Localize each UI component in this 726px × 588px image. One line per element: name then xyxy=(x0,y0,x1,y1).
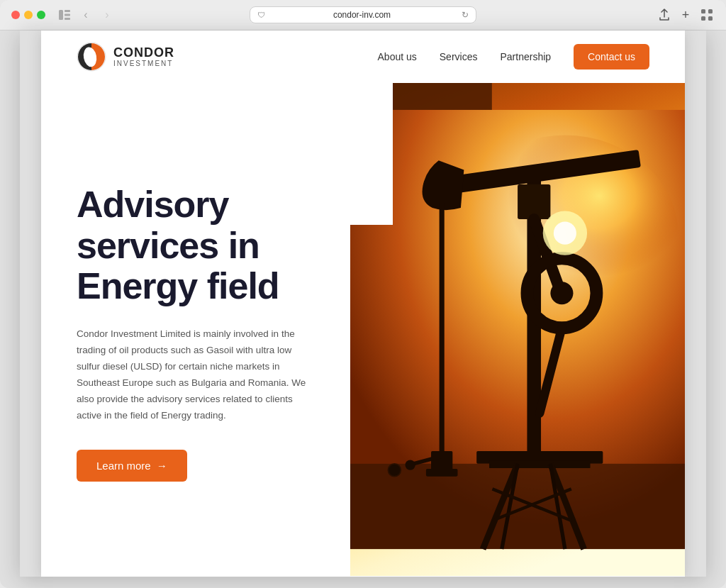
bracket-overlay xyxy=(350,83,393,225)
learn-more-button[interactable]: Learn more → xyxy=(77,450,187,482)
svg-rect-6 xyxy=(701,16,705,21)
logo-icon xyxy=(77,42,106,72)
logo-condor: CONDOR xyxy=(113,46,174,60)
svg-rect-1 xyxy=(65,10,70,12)
close-button[interactable] xyxy=(11,11,20,19)
window-controls xyxy=(11,11,45,19)
cta-arrow: → xyxy=(157,460,167,472)
svg-point-36 xyxy=(554,222,576,245)
new-tab-icon[interactable]: + xyxy=(678,7,693,23)
hero-background xyxy=(350,83,685,576)
nav-about[interactable]: About us xyxy=(378,51,417,62)
logo[interactable]: CONDOR INVESTMENT xyxy=(77,42,174,72)
svg-rect-4 xyxy=(701,9,705,13)
refresh-icon[interactable]: ↻ xyxy=(462,10,469,20)
svg-point-19 xyxy=(550,282,573,304)
minimize-button[interactable] xyxy=(24,11,33,19)
pump-jack-illustration xyxy=(350,83,685,576)
svg-rect-13 xyxy=(350,464,685,549)
back-icon[interactable]: ‹ xyxy=(78,7,94,23)
hero-image-area xyxy=(350,83,685,576)
maximize-button[interactable] xyxy=(37,11,45,19)
svg-rect-3 xyxy=(65,18,70,20)
hero-content: Advisory services in Energy field Condor… xyxy=(41,83,350,576)
svg-rect-0 xyxy=(59,10,63,20)
svg-rect-24 xyxy=(431,451,452,470)
security-icon: 🛡 xyxy=(257,11,265,19)
svg-rect-2 xyxy=(65,14,70,16)
hero-description: Condor Investment Limited is mainly invo… xyxy=(77,326,315,424)
svg-rect-22 xyxy=(489,460,591,468)
nav-services[interactable]: Services xyxy=(440,51,478,62)
contact-button[interactable]: Contact us xyxy=(574,44,649,70)
hero-title: Advisory services in Energy field xyxy=(77,184,315,306)
forward-icon[interactable]: › xyxy=(99,7,115,23)
navigation-controls: ‹ › xyxy=(57,7,115,23)
website: CONDOR INVESTMENT About us Services Part… xyxy=(41,30,685,577)
hero-section: Advisory services in Energy field Condor… xyxy=(41,83,685,576)
browser-action-buttons: + xyxy=(657,7,715,23)
logo-investment: INVESTMENT xyxy=(113,60,174,67)
share-icon[interactable] xyxy=(657,7,672,23)
browser-window: ‹ › 🛡 condor-inv.com ↻ + xyxy=(0,0,726,588)
browser-titlebar: ‹ › 🛡 condor-inv.com ↻ + xyxy=(0,0,726,30)
svg-rect-25 xyxy=(426,469,458,477)
svg-point-27 xyxy=(405,460,415,470)
website-container: CONDOR INVESTMENT About us Services Part… xyxy=(20,30,706,577)
nav-links: About us Services Partnership Contact us xyxy=(378,44,649,70)
svg-rect-7 xyxy=(708,16,713,21)
url-text: condor-inv.com xyxy=(269,10,454,20)
cta-label: Learn more xyxy=(96,460,151,472)
address-bar[interactable]: 🛡 condor-inv.com ↻ xyxy=(250,6,476,23)
navbar: CONDOR INVESTMENT About us Services Part… xyxy=(41,30,685,83)
nav-partnership[interactable]: Partnership xyxy=(500,51,551,62)
svg-rect-5 xyxy=(708,9,713,13)
svg-rect-38 xyxy=(350,182,393,225)
grid-icon[interactable] xyxy=(699,7,715,23)
sidebar-toggle-icon[interactable] xyxy=(57,7,72,23)
logo-text: CONDOR INVESTMENT xyxy=(113,46,174,68)
svg-point-28 xyxy=(388,464,401,477)
